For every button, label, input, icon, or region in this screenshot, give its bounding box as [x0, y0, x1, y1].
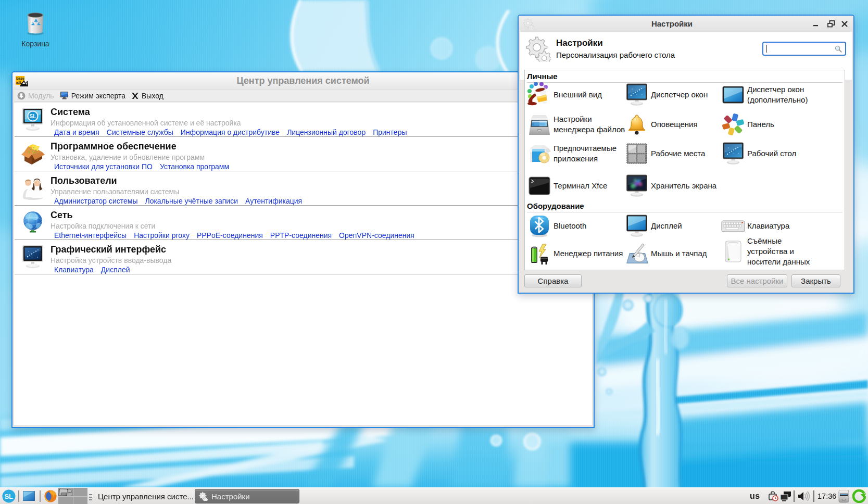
svg-text:base: base — [16, 77, 24, 80]
svg-text:SL: SL — [30, 114, 36, 119]
svg-text:alt: alt — [16, 80, 21, 85]
svg-text:SL: SL — [5, 493, 14, 500]
